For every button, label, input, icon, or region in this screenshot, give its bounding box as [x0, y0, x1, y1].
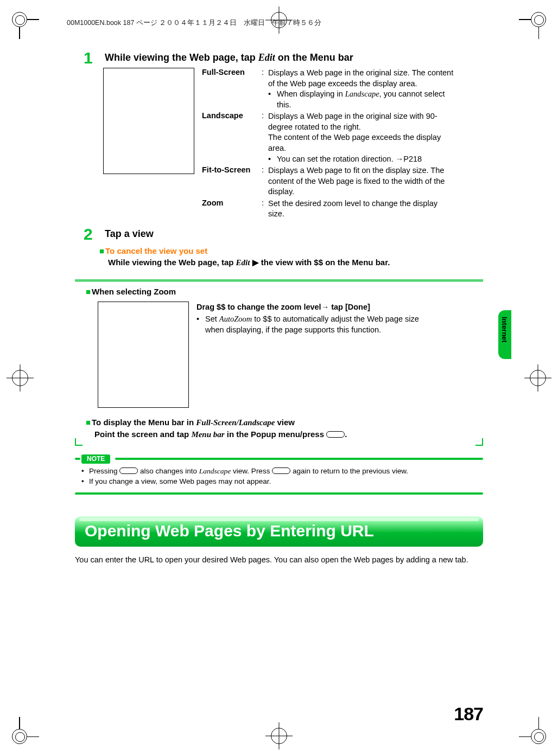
- def-term: Zoom: [202, 198, 262, 220]
- green-corner-divider: [75, 445, 483, 446]
- screenshot-placeholder-2: [98, 302, 189, 408]
- step1-heading: While viewing the Web page, tap Edit on …: [75, 52, 353, 63]
- crop-mark-bottom-right: [522, 720, 546, 744]
- note-label: NOTE: [81, 454, 110, 464]
- note-item: • If you change a view, some Web pages m…: [81, 477, 481, 487]
- print-header-line: 00M1000EN.book 187 ページ ２００４年１１月２４日 水曜日 午…: [67, 18, 510, 28]
- registration-mark-left: [9, 367, 31, 389]
- hardware-key-icon: [326, 431, 345, 438]
- page-number: 187: [454, 703, 483, 725]
- crop-mark-top-right: [522, 12, 546, 36]
- green-double-divider: [75, 279, 483, 281]
- section-heading-opening-url: Opening Web Pages by Entering URL: [75, 516, 483, 547]
- menubar-section-heading: ■To display the Menu bar in Full-Screen/…: [86, 418, 483, 427]
- crop-mark-top-left: [12, 12, 36, 36]
- section-intro-paragraph: You can enter the URL to open your desir…: [75, 554, 483, 565]
- zoom-instruction: Drag $$ to change the zoom level→ tap [D…: [196, 302, 435, 312]
- step-number-2: 2: [84, 225, 93, 244]
- note-item: • Pressing also changes into Landscape v…: [81, 466, 481, 477]
- hardware-key-icon: [272, 467, 290, 474]
- hardware-key-icon: [119, 467, 138, 474]
- definition-list: Full-Screen : Displays a Web page in the…: [202, 68, 455, 221]
- zoom-bullet: • Set AutoZoom to $$ to automatically ad…: [196, 313, 435, 336]
- screenshot-placeholder-1: [103, 68, 194, 174]
- step2-heading: Tap a view: [75, 228, 483, 240]
- page-frame: 00M1000EN.book 187 ページ ２００４年１１月２４日 水曜日 午…: [48, 12, 510, 744]
- menubar-section-body: Point the screen and tap Menu bar in the…: [94, 430, 483, 439]
- def-term: Landscape: [202, 111, 262, 164]
- def-term: Fit-to-Screen: [202, 165, 262, 197]
- cancel-view-heading: ■To cancel the view you set: [99, 246, 483, 255]
- note-box: NOTE • Pressing also changes into Landsc…: [75, 454, 483, 495]
- step-number-1: 1: [84, 49, 93, 67]
- def-term: Full-Screen: [202, 68, 262, 110]
- registration-mark-right: [527, 367, 549, 389]
- crop-mark-bottom-left: [12, 720, 36, 744]
- zoom-section-heading: ■When selecting Zoom: [86, 287, 483, 296]
- cancel-view-body: While viewing the Web page, tap Edit ▶ t…: [108, 258, 483, 267]
